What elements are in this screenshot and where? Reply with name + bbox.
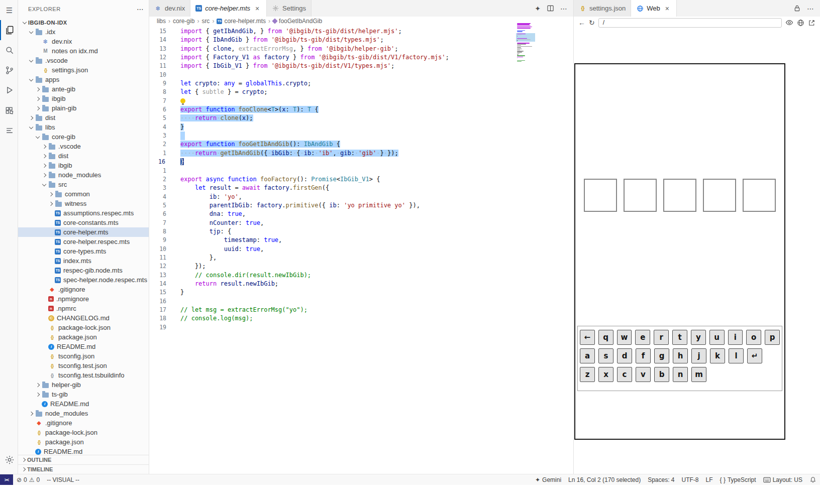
outline-section[interactable]: OUTLINE [18,455,149,464]
code-line[interactable]: 7 [149,97,573,105]
key-m[interactable]: m [691,367,706,382]
key-t[interactable]: t [672,330,687,345]
vim-mode-indicator[interactable]: -- VISUAL -- [43,474,83,485]
tree-item-common[interactable]: common [18,189,149,199]
key-←[interactable]: ← [580,330,595,345]
tab-dev-nix[interactable]: ❄ dev.nix [149,0,190,17]
extensions-icon[interactable] [0,100,18,120]
code-line[interactable]: 15import { getIbAndGib, } from '@ibgib/t… [149,27,573,36]
code-line[interactable]: 19 [149,323,573,332]
source-control-icon[interactable] [0,60,18,80]
tree-item-dist[interactable]: dist [18,151,149,161]
tree-item-apps[interactable]: apps [18,75,149,84]
tree-item-spec-helper.node.respec.mts[interactable]: TSspec-helper.node.respec.mts [18,275,149,285]
encoding-status[interactable]: UTF-8 [678,474,702,485]
inspect-eye-icon[interactable] [785,19,793,27]
cursor-position-status[interactable]: Ln 16, Col 2 (170 selected) [565,474,644,485]
key-u[interactable]: u [709,330,725,345]
tree-item-dist[interactable]: dist [18,113,149,122]
breadcrumb-core-gib[interactable]: core-gib [173,18,194,25]
code-line[interactable]: 9let crypto: any = globalThis.crypto; [149,79,573,88]
code-line[interactable]: 16 [149,297,573,306]
breadcrumb-symbol[interactable]: fooGetIbAndGib [273,18,322,25]
letter-slot[interactable] [584,179,617,212]
key-p[interactable]: p [765,330,780,345]
code-line[interactable]: 14import { IbAndGib } from '@ibgib/ts-gi… [149,36,573,44]
code-line[interactable]: 4} [149,123,573,132]
tree-item-plain-gib[interactable]: plain-gib [18,103,149,113]
tree-item-readme.md[interactable]: iREADME.md [18,342,149,351]
key-w[interactable]: w [617,330,632,345]
tree-item-core-helper.mts[interactable]: TScore-helper.mts [18,227,149,237]
more-actions-icon[interactable]: ⋯ [560,5,567,13]
keyboard-layout-status[interactable]: Layout: US [760,474,806,485]
gemini-status[interactable]: ✦ Gemini [532,474,565,485]
reload-icon[interactable]: ↻ [589,19,595,26]
key-↵[interactable]: ↵ [747,348,762,363]
tree-item-core-constants.mts[interactable]: TScore-constants.mts [18,218,149,227]
open-in-browser-icon[interactable] [797,19,804,27]
tree-item-core-gib[interactable]: core-gib [18,132,149,142]
problems-status[interactable]: ⊘ 0 ⚠ 0 [13,474,43,485]
tree-item-ibgib[interactable]: ibgib [18,94,149,103]
code-line[interactable]: 17// let msg = extractErrorMsg("yo"); [149,306,573,314]
key-n[interactable]: n [673,367,688,382]
tree-item-ibgib[interactable]: ibgib [18,161,149,170]
tree-item-package.json[interactable]: {}package.json [18,437,149,447]
code-line[interactable]: 4 ib: 'yo', [149,193,573,201]
code-line[interactable]: 15} [149,288,573,297]
tree-item-.vscode[interactable]: .vscode [18,142,149,151]
tree-item-package-lock.json[interactable]: {}package-lock.json [18,323,149,332]
tree-item-.idx[interactable]: .idx [18,27,149,37]
tree-item-package-lock.json[interactable]: {}package-lock.json [18,428,149,437]
tree-item-core-types.mts[interactable]: TScore-types.mts [18,246,149,256]
tree-item-.npmrc[interactable]: n.npmrc [18,304,149,313]
code-line[interactable]: 3 [149,132,573,140]
tree-item-.gitignore[interactable]: ◆.gitignore [18,285,149,294]
remote-indicator[interactable]: >< [0,474,13,485]
key-h[interactable]: h [673,348,688,363]
key-f[interactable]: f [636,348,651,363]
code-line[interactable]: 1····return·getIbAndGib({·ibGib:·{·ib:·'… [149,149,573,158]
code-line[interactable]: 5····return·clone(x); [149,114,573,122]
tree-item-respec-gib.node.mts[interactable]: TSrespec-gib.node.mts [18,266,149,275]
letter-slot[interactable] [624,179,657,212]
lock-icon[interactable] [793,5,801,12]
key-l[interactable]: l [729,348,744,363]
key-q[interactable]: q [598,330,613,345]
notifications-status[interactable] [806,474,820,485]
code-line[interactable]: 13import { clone, extractErrorMsg, } fro… [149,45,573,53]
key-j[interactable]: j [691,348,706,363]
key-g[interactable]: g [654,348,669,363]
tree-item-ante-gib[interactable]: ante-gib [18,84,149,94]
letter-slot[interactable] [663,179,696,212]
tree-item-assumptions.respec.mts[interactable]: TSassumptions.respec.mts [18,208,149,218]
code-line[interactable]: 7 nCounter: true, [149,219,573,227]
tree-item-index.mts[interactable]: TSindex.mts [18,256,149,266]
code-line[interactable]: 12 }); [149,262,573,271]
code-line[interactable]: 11 }, [149,254,573,262]
minimap[interactable] [517,23,534,64]
tree-item-node-modules[interactable]: node_modules [18,170,149,180]
key-v[interactable]: v [636,367,651,382]
code-line[interactable]: 13 // console.dir(result.newIbGib); [149,271,573,280]
key-k[interactable]: k [710,348,725,363]
breadcrumb-file[interactable]: TS core-helper.mts [217,18,266,25]
code-line[interactable]: 10 uuid: true, [149,245,573,254]
menu-icon[interactable]: ☰ [0,3,18,18]
tab-settings-json[interactable]: {} settings.json [574,0,631,17]
letter-slot[interactable] [703,179,736,212]
tree-item-settings.json[interactable]: {}settings.json [18,65,149,75]
tree-item-notes-on-idx.md[interactable]: Mnotes on idx.md [18,46,149,56]
tree-item-readme.md[interactable]: iREADME.md [18,447,149,455]
sparkle-icon[interactable]: ✦ [535,5,541,13]
close-icon[interactable]: × [663,5,671,13]
tree-item-readme.md[interactable]: iREADME.md [18,399,149,409]
tree-item-ibgib-on-idx[interactable]: IBGIB-ON-IDX [18,18,149,27]
code-line[interactable]: 11import { IbGib_V1 } from '@ibgib/ts-gi… [149,62,573,70]
tree-item-libs[interactable]: libs [18,122,149,132]
key-x[interactable]: x [598,367,613,382]
tree-item-changelog.md[interactable]: CCHANGELOG.md [18,313,149,323]
code-line[interactable]: 5 parentIbGib: factory.primitive({ ib: '… [149,201,573,210]
tree-item-tsconfig.json[interactable]: {}tsconfig.json [18,351,149,361]
